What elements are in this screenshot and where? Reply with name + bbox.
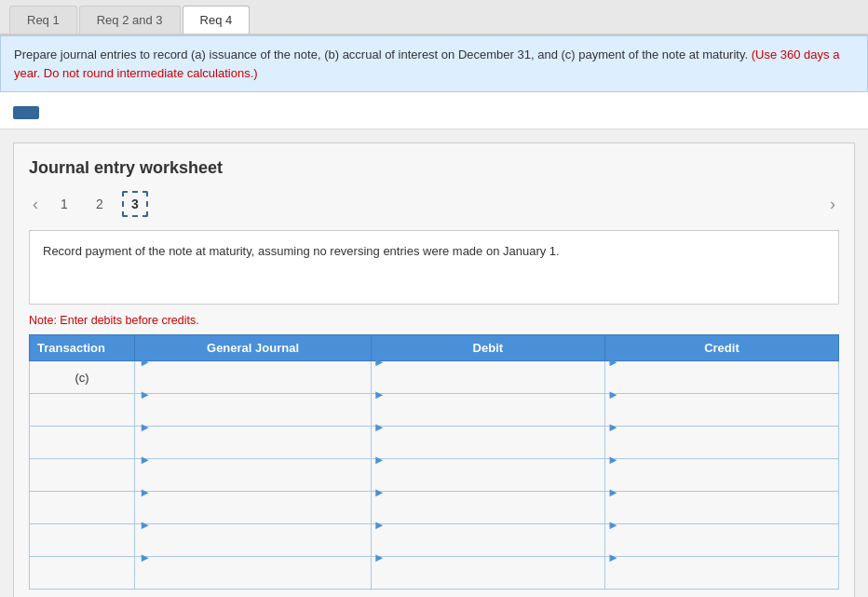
col-credit: Credit <box>604 335 838 361</box>
view-btn-wrap <box>0 92 868 129</box>
transaction-label-0: (c) <box>30 361 135 394</box>
journal-input-1[interactable] <box>135 401 371 433</box>
instructions-text: Prepare journal entries to record (a) is… <box>14 47 748 61</box>
transaction-label-3 <box>30 459 135 492</box>
debit-input-4[interactable] <box>372 499 604 531</box>
debit-cell-0[interactable]: ► <box>371 361 604 394</box>
credit-input-5[interactable] <box>605 532 838 563</box>
debit-input-1[interactable] <box>372 401 604 433</box>
journal-input-5[interactable] <box>135 532 371 563</box>
step-navigation: ‹ 1 2 3 › <box>29 191 839 217</box>
instructions-box: Prepare journal entries to record (a) is… <box>0 35 868 92</box>
debit-input-2[interactable] <box>372 434 604 466</box>
description-text: Record payment of the note at maturity, … <box>43 244 560 258</box>
next-step-arrow[interactable]: › <box>826 195 839 214</box>
note-text: Note: Enter debits before credits. <box>29 314 839 327</box>
transaction-label-4 <box>30 492 135 524</box>
prev-step-arrow[interactable]: ‹ <box>29 195 42 214</box>
debit-input-6[interactable] <box>372 564 604 596</box>
view-transaction-button[interactable] <box>13 106 39 119</box>
tab-req2and3[interactable]: Req 2 and 3 <box>79 6 181 34</box>
col-general-journal: General Journal <box>135 335 372 361</box>
credit-input-1[interactable] <box>605 401 838 433</box>
transaction-label-2 <box>30 427 135 459</box>
journal-input-0[interactable] <box>135 369 371 400</box>
step-2[interactable]: 2 <box>87 191 113 217</box>
tabs-bar: Req 1 Req 2 and 3 Req 4 <box>0 0 868 35</box>
credit-input-2[interactable] <box>605 434 838 466</box>
credit-input-6[interactable] <box>605 564 838 596</box>
journal-cell-0[interactable]: ► <box>135 361 372 394</box>
debit-input-5[interactable] <box>372 532 604 563</box>
credit-cell-0[interactable]: ► <box>604 361 838 394</box>
journal-table: Transaction General Journal Debit Credit… <box>29 334 839 590</box>
worksheet-title: Journal entry worksheet <box>29 158 839 178</box>
journal-input-4[interactable] <box>135 499 371 531</box>
credit-input-0[interactable] <box>605 369 838 400</box>
debit-input-3[interactable] <box>372 467 604 498</box>
credit-input-3[interactable] <box>605 467 838 498</box>
journal-input-6[interactable] <box>135 564 371 596</box>
step-3[interactable]: 3 <box>122 191 148 217</box>
step-1[interactable]: 1 <box>51 191 77 217</box>
transaction-label-1 <box>30 394 135 427</box>
col-transaction: Transaction <box>30 335 135 361</box>
tab-req1[interactable]: Req 1 <box>9 6 77 34</box>
transaction-label-5 <box>30 524 135 557</box>
description-box: Record payment of the note at maturity, … <box>29 230 839 305</box>
transaction-label-6 <box>30 557 135 590</box>
tab-req4[interactable]: Req 4 <box>183 6 251 34</box>
debit-input-0[interactable] <box>372 369 604 400</box>
col-debit: Debit <box>371 335 604 361</box>
credit-input-4[interactable] <box>605 499 838 531</box>
journal-input-3[interactable] <box>135 467 371 498</box>
worksheet-container: Journal entry worksheet ‹ 1 2 3 › Record… <box>13 142 855 597</box>
journal-input-2[interactable] <box>135 434 371 466</box>
